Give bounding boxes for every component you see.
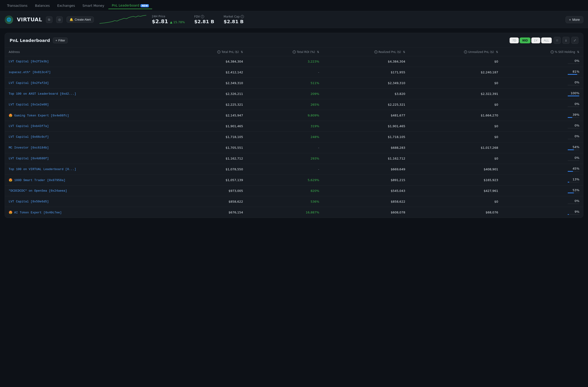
col-unrealized-pnl[interactable]: ⓘ Unrealized PnL ($) ⇅ (409, 48, 502, 56)
time-btn-7d[interactable]: 7D (510, 38, 519, 43)
cell-unrealized-pnl: $0 (409, 132, 502, 142)
pct-bar (568, 74, 577, 75)
cell-total-pnl: $2,326,211 (172, 89, 247, 99)
table-row[interactable]: Top 100 on AXGT Leaderboard [0xd2...]$2,… (5, 89, 583, 99)
pct-holding-cell: 0% (505, 199, 579, 204)
pct-bar (568, 149, 574, 150)
col-realized-pnl[interactable]: ⓘ Realized PnL ($) ⇅ (323, 48, 409, 56)
download-button[interactable]: ↓ (563, 37, 569, 44)
table-row[interactable]: 😍 AI Token Expert [0x40c7ee]$676,15416,8… (5, 207, 583, 218)
cell-address[interactable]: LVT Capital [0x1e2e08] (5, 99, 172, 110)
cell-unrealized-pnl: $0 (409, 78, 502, 89)
time-btn-90d[interactable]: 90D (520, 38, 530, 43)
nav-item-balances[interactable]: Balances (32, 2, 53, 9)
copy-button[interactable]: ⧉ (46, 16, 52, 23)
cell-address[interactable]: supacaz.eth* [0x813c47] (5, 67, 172, 78)
pct-bar-wrap (568, 74, 579, 75)
more-button[interactable]: + More (566, 16, 583, 23)
table-row[interactable]: supacaz.eth* [0x813c47]$2,412,142-$171,9… (5, 67, 583, 78)
cell-total-pnl: $1,078,550 (172, 164, 247, 175)
table-row[interactable]: 😍 180D Smart Trader [0x87958a]$1,057,139… (5, 175, 583, 185)
cell-unrealized-pnl: $1,017,268 (409, 142, 502, 153)
cell-unrealized-pnl: $0 (409, 153, 502, 164)
filter-button[interactable]: + Filter (53, 38, 68, 43)
cell-address[interactable]: 😍 AI Token Expert [0x40c7ee] (5, 207, 172, 218)
table-row[interactable]: LVT Capital [0x4d680f]$1,162,712293%$1,1… (5, 153, 583, 164)
cell-total-roi: 3,223% (247, 56, 323, 67)
table-row[interactable]: MC Investor [0xc6184b]$1,705,551-$688,28… (5, 142, 583, 153)
cell-total-roi: 511% (247, 78, 323, 89)
pct-holding-label: 0% (574, 124, 579, 127)
pct-bar (568, 193, 574, 193)
token-header: 🌐 VIRTUAL ⧉ ◎ 🔔 Create Alert 24H Price $… (0, 11, 588, 28)
cell-address[interactable]: 😍 Gaming Token Expert [0x4e08fc] (5, 110, 172, 121)
time-btn-all[interactable]: ALL (541, 38, 552, 43)
nav-item-smart-money[interactable]: Smart Money (79, 2, 107, 9)
table-row[interactable]: LVT Capital [0x50e6d5]$858,622536%$858,6… (5, 196, 583, 207)
pct-holding-label: 0% (574, 199, 579, 203)
copy-icon: ⧉ (48, 18, 50, 22)
cell-total-pnl: $1,901,465 (172, 121, 247, 132)
pct-bar-wrap (568, 128, 579, 129)
cell-address[interactable]: LVT Capital [0x66c0cf] (5, 132, 172, 142)
nav-badge-new: NEW (140, 4, 149, 7)
table-row[interactable]: LVT Capital [0x1e2e08]$2,225,321265%$2,2… (5, 99, 583, 110)
table-row[interactable]: 😍 Gaming Token Expert [0x4e08fc]$2,145,9… (5, 110, 583, 121)
col-total-roi[interactable]: ⓘ Total ROI (%) ⇅ (247, 48, 323, 56)
cell-address[interactable]: "DCDCDCDC" on OpenSea [0x24aeea] (5, 185, 172, 196)
cell-address[interactable]: LVT Capital [0x2f2e3b] (5, 56, 172, 67)
nav-item-pnl-leaderboard[interactable]: PnL LeaderboardNEW (108, 2, 152, 9)
pct-bar (568, 214, 569, 215)
cell-pct-holding: 81% (502, 67, 583, 78)
pct-holding-label: 45% (572, 167, 579, 170)
col-pct-holding[interactable]: ⓘ % Still Holding ⇅ (502, 48, 583, 56)
cell-unrealized-pnl: $427,961 (409, 185, 502, 196)
nav-item-exchanges[interactable]: Exchanges (54, 2, 78, 9)
table-row[interactable]: LVT Capital [0xb43f7a]$1,901,465319%$1,9… (5, 121, 583, 132)
cell-realized-pnl: $4,384,304 (323, 56, 409, 67)
cell-unrealized-pnl: $2,240,187 (409, 67, 502, 78)
cell-address[interactable]: Top 100 on AXGT Leaderboard [0xd2...] (5, 89, 172, 99)
cell-pct-holding: 0% (502, 56, 583, 67)
table-row[interactable]: "DCDCDCDC" on OpenSea [0x24aeea]$973,005… (5, 185, 583, 196)
leaderboard-title: PnL Leaderboard (10, 38, 50, 43)
table-row[interactable]: LVT Capital [0x66c0cf]$1,718,105248%$1,7… (5, 132, 583, 142)
cell-address[interactable]: Top 100 on VIRTUAL Leaderboard [0...] (5, 164, 172, 175)
cell-realized-pnl: $2,349,310 (323, 78, 409, 89)
total-pnl-sort-icon: ⇅ (241, 50, 243, 54)
cell-unrealized-pnl: $165,923 (409, 175, 502, 185)
settings-button[interactable]: ◎ (56, 16, 63, 23)
market-cap-section: Market Cap i $2.81 B (224, 15, 244, 24)
cell-unrealized-pnl: $408,901 (409, 164, 502, 175)
table-row[interactable]: Top 100 on VIRTUAL Leaderboard [0...]$1,… (5, 164, 583, 175)
realized-pnl-info-icon: ⓘ (374, 50, 378, 54)
fdv-section: FDV i $2.81 B (194, 15, 214, 24)
create-alert-button[interactable]: 🔔 Create Alert (66, 16, 94, 23)
pct-holding-label: 53% (572, 188, 579, 192)
cell-address[interactable]: LVT Capital [0xb43f7a] (5, 121, 172, 132)
expand-button[interactable]: ⤢ (571, 37, 578, 44)
cell-pct-holding: 0% (502, 132, 583, 142)
col-total-pnl[interactable]: ⓘ Total PnL ($) ⇅ (172, 48, 247, 56)
star-button[interactable]: ☆ (554, 37, 561, 44)
pct-bar-wrap (568, 193, 579, 193)
token-logo-emoji: 🌐 (7, 17, 11, 22)
pct-holding-label: 0% (574, 81, 579, 84)
pct-holding-cell: 0% (505, 59, 579, 64)
cell-address[interactable]: LVT Capital [0x2faf2d] (5, 78, 172, 89)
unrealized-pnl-info-icon: ⓘ (464, 50, 467, 54)
time-btn-1y[interactable]: 1Y (531, 38, 540, 43)
table-row[interactable]: LVT Capital [0x2f2e3b]$4,384,3043,223%$4… (5, 56, 583, 67)
market-cap-label: Market Cap (224, 15, 239, 18)
pct-holding-cell: 13% (505, 178, 579, 182)
cell-address[interactable]: MC Investor [0xc6184b] (5, 142, 172, 153)
cell-address[interactable]: LVT Capital [0x50e6d5] (5, 196, 172, 207)
cell-pct-holding: 0% (502, 99, 583, 110)
pct-holding-cell: 39% (505, 113, 579, 118)
table-row[interactable]: LVT Capital [0x2faf2d]$2,349,310511%$2,3… (5, 78, 583, 89)
nav-item-transactions[interactable]: Transactions (4, 2, 31, 9)
cell-pct-holding: 54% (502, 142, 583, 153)
cell-address[interactable]: LVT Capital [0x4d680f] (5, 153, 172, 164)
cell-realized-pnl: $1,162,712 (323, 153, 409, 164)
cell-address[interactable]: 😍 180D Smart Trader [0x87958a] (5, 175, 172, 185)
